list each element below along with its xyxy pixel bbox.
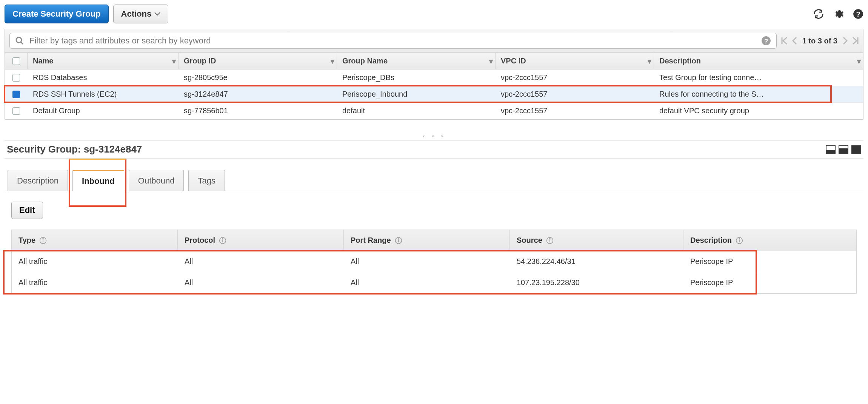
- svg-text:?: ?: [856, 10, 860, 18]
- svg-point-16: [398, 238, 399, 239]
- svg-text:?: ?: [764, 37, 768, 45]
- search-input-wrap[interactable]: ?: [9, 33, 777, 49]
- col-group-name[interactable]: Group Name▾: [337, 53, 496, 69]
- tab-inbound[interactable]: Inbound: [72, 170, 124, 191]
- chevron-down-icon: [154, 12, 160, 16]
- cell-vpc-id: vpc-2ccc1557: [496, 103, 654, 119]
- cell-group-id: sg-2805c95e: [179, 69, 337, 86]
- cell-name: Default Group: [28, 103, 179, 119]
- actions-button-label: Actions: [121, 9, 152, 19]
- rule-protocol: All: [178, 251, 344, 272]
- row-checkbox[interactable]: [12, 91, 20, 98]
- cell-name: RDS SSH Tunnels (EC2): [28, 86, 179, 102]
- select-all-checkbox[interactable]: [12, 57, 20, 65]
- detail-title: Security Group: sg-3124e847: [7, 143, 142, 155]
- layout-split-icon[interactable]: [839, 145, 848, 154]
- cell-vpc-id: vpc-2ccc1557: [496, 69, 654, 86]
- info-icon[interactable]: [219, 237, 226, 244]
- page-next-icon[interactable]: [843, 37, 848, 45]
- cell-group-id: sg-77856b01: [179, 103, 337, 119]
- svg-point-13: [222, 238, 223, 239]
- search-icon: [15, 36, 24, 45]
- info-icon[interactable]: [395, 237, 402, 244]
- actions-button[interactable]: Actions: [113, 5, 169, 23]
- cell-description: Test Group for testing conne…: [654, 69, 863, 86]
- info-icon[interactable]: [546, 237, 554, 244]
- svg-point-19: [549, 238, 550, 239]
- table-row[interactable]: RDS SSH Tunnels (EC2)sg-3124e847Periscop…: [5, 86, 863, 103]
- layout-bottom-icon[interactable]: [826, 145, 836, 154]
- sort-icon: ▾: [331, 57, 334, 66]
- page-first-icon[interactable]: [781, 37, 788, 45]
- edit-button[interactable]: Edit: [11, 202, 43, 219]
- search-input[interactable]: [29, 35, 757, 46]
- refresh-icon[interactable]: [813, 8, 824, 20]
- col-name[interactable]: Name▾: [28, 53, 179, 69]
- rule-description: Periscope IP: [683, 251, 856, 272]
- rule-protocol: All: [178, 272, 344, 293]
- row-checkbox[interactable]: [12, 74, 20, 82]
- table-row[interactable]: RDS Databasessg-2805c95ePeriscope_DBsvpc…: [5, 69, 863, 86]
- rules-col-type[interactable]: Type: [12, 230, 178, 251]
- rules-col-source[interactable]: Source: [510, 230, 683, 251]
- help-icon[interactable]: ?: [853, 9, 863, 19]
- rules-col-port-range[interactable]: Port Range: [344, 230, 510, 251]
- rule-source: 107.23.195.228/30: [510, 272, 683, 293]
- row-checkbox[interactable]: [12, 107, 20, 115]
- tab-outbound[interactable]: Outbound: [129, 170, 184, 191]
- info-icon[interactable]: [39, 237, 47, 244]
- col-description[interactable]: Description▾: [654, 53, 863, 69]
- svg-point-2: [16, 37, 22, 43]
- sort-icon: ▾: [172, 57, 176, 66]
- rules-col-description[interactable]: Description: [683, 230, 856, 251]
- sort-icon: ▾: [648, 57, 651, 66]
- rule-port-range: All: [344, 272, 510, 293]
- col-vpc-id[interactable]: VPC ID▾: [496, 53, 654, 69]
- table-header: Name▾ Group ID▾ Group Name▾ VPC ID▾ Desc…: [5, 53, 863, 69]
- col-group-id[interactable]: Group ID▾: [179, 53, 337, 69]
- pager-text: 1 to 3 of 3: [802, 37, 837, 45]
- rule-row[interactable]: All trafficAllAll107.23.195.228/30Perisc…: [12, 272, 856, 293]
- rules-header: Type Protocol Port Range Source Descript…: [12, 230, 856, 251]
- rule-type: All traffic: [12, 251, 178, 272]
- tab-description[interactable]: Description: [8, 170, 68, 191]
- cell-group-name: default: [337, 103, 496, 119]
- svg-point-10: [43, 238, 43, 239]
- rules-col-protocol[interactable]: Protocol: [178, 230, 344, 251]
- cell-description: default VPC security group: [654, 103, 863, 119]
- table-row[interactable]: Default Groupsg-77856b01defaultvpc-2ccc1…: [5, 103, 863, 119]
- rule-row[interactable]: All trafficAllAll54.236.224.46/31Perisco…: [12, 251, 856, 272]
- cell-name: RDS Databases: [28, 69, 179, 86]
- page-prev-icon[interactable]: [792, 37, 797, 45]
- svg-line-3: [21, 42, 23, 44]
- rule-description: Periscope IP: [683, 272, 856, 293]
- page-last-icon[interactable]: [852, 37, 859, 45]
- rule-type: All traffic: [12, 272, 178, 293]
- split-handle[interactable]: ◦ ◦ ◦: [5, 131, 863, 140]
- sort-icon: ▾: [857, 57, 861, 66]
- cell-vpc-id: vpc-2ccc1557: [496, 86, 654, 102]
- info-icon[interactable]: [736, 237, 743, 244]
- pager: 1 to 3 of 3: [781, 37, 859, 45]
- svg-point-22: [739, 238, 740, 239]
- tab-tags[interactable]: Tags: [188, 170, 225, 191]
- cell-group-name: Periscope_Inbound: [337, 86, 496, 102]
- sort-icon: ▾: [489, 57, 493, 66]
- rule-port-range: All: [344, 251, 510, 272]
- cell-description: Rules for connecting to the S…: [654, 86, 863, 102]
- gear-icon[interactable]: [833, 9, 844, 19]
- cell-group-name: Periscope_DBs: [337, 69, 496, 86]
- search-help-icon[interactable]: ?: [761, 36, 771, 46]
- rule-source: 54.236.224.46/31: [510, 251, 683, 272]
- create-security-group-button[interactable]: Create Security Group: [5, 5, 109, 23]
- cell-group-id: sg-3124e847: [179, 86, 337, 102]
- layout-full-icon[interactable]: [851, 145, 861, 154]
